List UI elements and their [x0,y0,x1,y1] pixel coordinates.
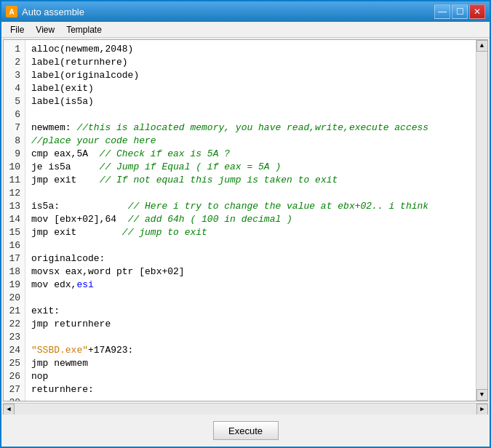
line-number: 28 [8,396,20,401]
code-line: label(exit) [31,82,470,95]
line-number: 5 [8,95,20,108]
line-number: 6 [8,108,20,121]
line-number: 22 [8,318,20,331]
code-line: movsx eax,word ptr [ebx+02] [31,265,470,279]
line-number: 2 [8,56,20,69]
line-number: 16 [8,239,20,252]
line-numbers: 1234567891011121314151617181920212223242… [4,40,25,401]
app-icon: A [6,6,17,17]
footer: Execute [1,415,490,447]
scroll-down-button[interactable]: ▼ [476,389,488,401]
line-number: 3 [8,69,20,82]
code-line: is5a: // Here i try to change the value … [31,200,470,213]
title-bar-left: A Auto assemble [6,6,84,17]
minimize-button[interactable]: — [434,4,450,19]
line-number: 18 [8,265,20,279]
scroll-track[interactable] [476,52,487,389]
line-number: 17 [8,252,20,265]
code-line: cmp eax,5A // Check if eax is 5A ? [31,148,470,161]
code-line: //place your code here [31,135,470,148]
scroll-right-button[interactable]: ▶ [476,404,488,415]
title-buttons: — ☐ ✕ [434,4,485,19]
line-number: 4 [8,82,20,95]
scroll-left-button[interactable]: ◀ [3,404,15,415]
line-number: 13 [8,200,20,213]
line-number: 25 [8,357,20,370]
close-button[interactable]: ✕ [469,4,485,19]
code-line: alloc(newmem,2048) [31,43,470,56]
line-number: 19 [8,279,20,292]
editor-container: 1234567891011121314151617181920212223242… [3,39,488,401]
vertical-scrollbar[interactable]: ▲ ▼ [476,40,487,401]
code-line: label(originalcode) [31,69,470,82]
main-window: A Auto assemble — ☐ ✕ File View Template… [0,0,491,448]
line-number: 21 [8,305,20,318]
execute-button[interactable]: Execute [213,421,279,440]
menu-file[interactable]: File [4,23,30,36]
line-number: 10 [8,161,20,174]
line-number: 27 [8,383,20,396]
code-line: exit: [31,305,470,318]
line-number: 26 [8,370,20,383]
code-line: jmp newmem [31,357,470,370]
code-line: returnhere: [31,383,470,396]
menu-bar: File View Template [1,22,490,38]
scroll-h-track[interactable] [15,404,476,415]
code-line: je is5a // Jump if Equal ( if eax = 5A ) [31,161,470,174]
horizontal-scrollbar[interactable]: ◀ ▶ [3,403,488,415]
code-line: newmem: //this is allocated memory, you … [31,121,470,135]
code-line [31,331,470,344]
line-number: 8 [8,135,20,148]
code-line: label(returnhere) [31,56,470,69]
code-line [31,396,470,401]
menu-view[interactable]: View [30,23,60,36]
line-number: 11 [8,174,20,187]
code-line: "SSBD.exe"+17A923: [31,344,470,357]
code-line [31,239,470,252]
menu-template[interactable]: Template [60,23,108,36]
code-line: jmp returnhere [31,318,470,331]
maximize-button[interactable]: ☐ [452,4,468,19]
code-line: mov edx,esi [31,279,470,292]
code-line [31,187,470,200]
code-area[interactable]: alloc(newmem,2048)label(returnhere)label… [25,40,476,401]
code-line: mov [ebx+02],64 // add 64h ( 100 in deci… [31,213,470,226]
code-line: label(is5a) [31,95,470,108]
line-number: 20 [8,292,20,305]
code-line [31,292,470,305]
line-number: 23 [8,331,20,344]
code-line: jmp exit // jump to exit [31,226,470,239]
line-number: 1 [8,43,20,56]
line-number: 24 [8,344,20,357]
line-number: 15 [8,226,20,239]
code-line: nop [31,370,470,383]
code-line: jmp exit // If not equal this jump is ta… [31,174,470,187]
scroll-up-button[interactable]: ▲ [476,40,488,52]
line-number: 7 [8,121,20,135]
code-line [31,108,470,121]
title-bar: A Auto assemble — ☐ ✕ [1,1,490,22]
line-number: 12 [8,187,20,200]
window-title: Auto assemble [22,7,84,17]
line-number: 9 [8,148,20,161]
code-line: originalcode: [31,252,470,265]
line-number: 14 [8,213,20,226]
